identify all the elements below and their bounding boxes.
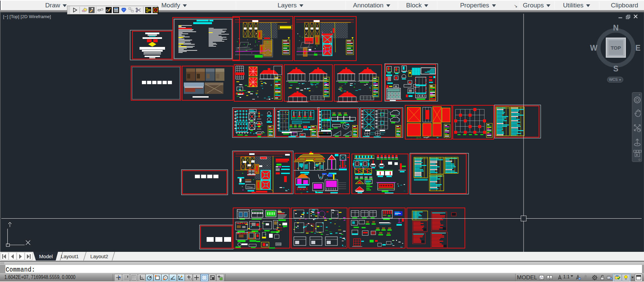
svg-text:S: S	[613, 64, 618, 73]
svg-text:Model: Model	[39, 253, 53, 259]
svg-text:Layout1: Layout1	[61, 253, 78, 259]
svg-text:TOP: TOP	[611, 45, 621, 51]
svg-text:Layout2: Layout2	[90, 253, 108, 259]
svg-text:W: W	[590, 44, 597, 52]
svg-text:N: N	[613, 23, 619, 32]
svg-text:E: E	[635, 44, 640, 52]
